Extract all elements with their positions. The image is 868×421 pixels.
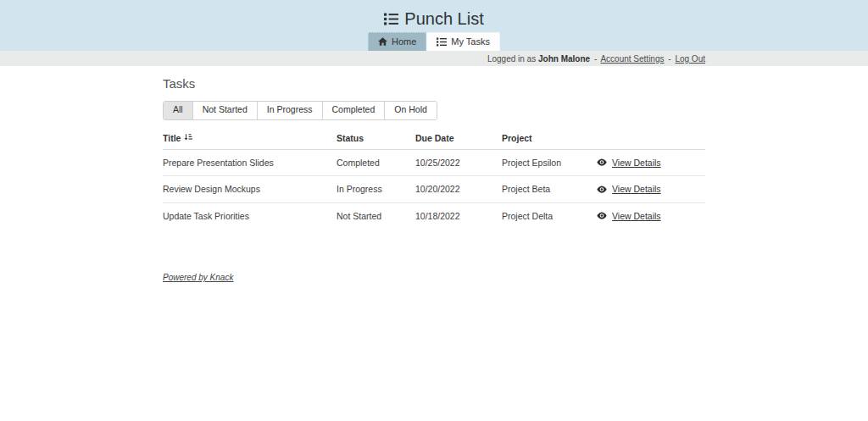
task-project: Project Beta	[502, 176, 597, 203]
logged-in-text: Logged in as	[487, 54, 536, 64]
main-content: Tasks All Not Started In Progress Comple…	[163, 66, 705, 284]
tab-home-label: Home	[392, 36, 416, 47]
column-header-title-label: Title	[163, 133, 181, 143]
user-name: John Malone	[538, 54, 590, 64]
eye-icon	[597, 186, 607, 193]
filter-in-progress[interactable]: In Progress	[258, 102, 323, 119]
task-status: Not Started	[337, 202, 415, 229]
filter-all[interactable]: All	[164, 102, 193, 119]
filter-not-started[interactable]: Not Started	[193, 102, 258, 119]
user-bar: Logged in as John Malone - Account Setti…	[0, 51, 868, 66]
view-details-link[interactable]: View Details	[612, 158, 661, 168]
home-icon	[378, 37, 387, 46]
list-icon	[437, 37, 447, 47]
tab-my-tasks-label: My Tasks	[451, 36, 490, 47]
powered-by-link[interactable]: Powered by Knack	[163, 273, 233, 282]
account-settings-link[interactable]: Account Settings	[600, 54, 664, 64]
column-header-due-date[interactable]: Due Date	[415, 128, 502, 150]
sort-icon	[184, 133, 192, 143]
task-title: Prepare Presentation Slides	[163, 149, 337, 176]
task-due-date: 10/20/2022	[415, 176, 502, 203]
task-due-date: 10/25/2022	[415, 149, 502, 176]
log-out-link[interactable]: Log Out	[675, 54, 705, 64]
tab-my-tasks[interactable]: My Tasks	[426, 32, 500, 51]
tasks-table: Title S	[163, 128, 705, 230]
view-details-link[interactable]: View Details	[612, 184, 661, 194]
table-row: Review Design Mockups In Progress 10/20/…	[163, 176, 705, 203]
task-status: Completed	[337, 149, 415, 176]
task-due-date: 10/18/2022	[415, 202, 502, 229]
task-title: Review Design Mockups	[163, 176, 337, 203]
filter-on-hold[interactable]: On Hold	[385, 102, 437, 119]
user-bar-inner: Logged in as John Malone - Account Setti…	[163, 54, 705, 64]
app-title-text: Punch List	[404, 9, 483, 29]
view-details-link[interactable]: View Details	[612, 211, 661, 221]
separator: -	[668, 54, 670, 64]
main-nav: Home My Tasks	[0, 32, 868, 51]
app-header: Punch List Home My T	[0, 0, 868, 51]
column-header-status[interactable]: Status	[337, 128, 415, 150]
separator: -	[594, 54, 597, 64]
page-title: Tasks	[163, 76, 705, 91]
eye-icon	[597, 212, 607, 219]
list-icon	[384, 13, 398, 25]
task-project: Project Delta	[502, 202, 597, 229]
filter-completed[interactable]: Completed	[323, 102, 386, 119]
column-header-actions	[597, 128, 705, 150]
task-status: In Progress	[337, 176, 415, 203]
task-project: Project Epsilon	[502, 149, 597, 176]
eye-icon	[597, 158, 607, 166]
page: Punch List Home My T	[0, 0, 868, 284]
table-header-row: Title S	[163, 128, 705, 150]
tab-home[interactable]: Home	[368, 32, 426, 51]
column-header-title[interactable]: Title	[163, 128, 337, 150]
table-row: Update Task Priorities Not Started 10/18…	[163, 202, 705, 229]
task-title: Update Task Priorities	[163, 202, 337, 229]
app-title: Punch List	[384, 0, 483, 29]
table-row: Prepare Presentation Slides Completed 10…	[163, 149, 705, 176]
status-filter-group: All Not Started In Progress Completed On…	[163, 101, 437, 120]
column-header-project[interactable]: Project	[502, 128, 597, 150]
